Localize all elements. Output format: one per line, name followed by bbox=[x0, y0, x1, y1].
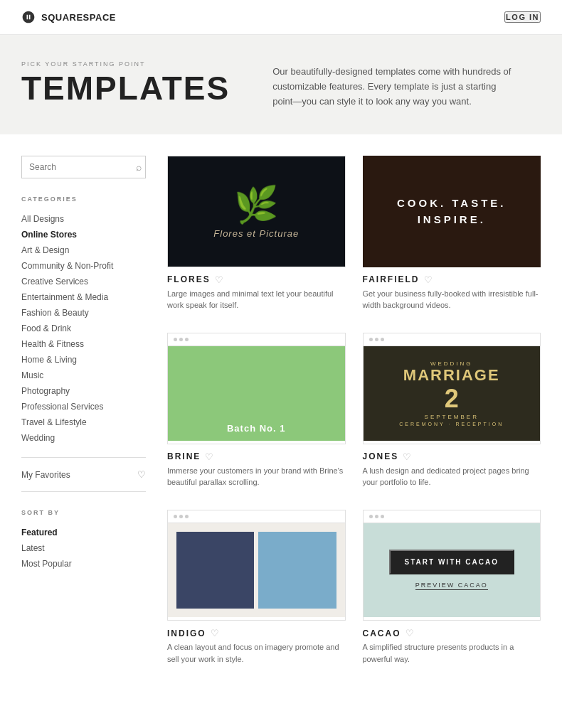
login-button[interactable]: LOG IN bbox=[504, 11, 541, 23]
search-icon[interactable]: ⌕ bbox=[136, 161, 142, 173]
main-content: ⌕ CATEGORIES All Designs Online Stores A… bbox=[0, 134, 562, 686]
logo-text: SQUARESPACE bbox=[41, 12, 116, 23]
brine-favorite-button[interactable]: ♡ bbox=[205, 451, 213, 462]
category-item[interactable]: Community & Non-Profit bbox=[21, 258, 146, 274]
cacao-topbar bbox=[364, 510, 541, 523]
category-item[interactable]: Entertainment & Media bbox=[21, 289, 146, 305]
category-item[interactable]: All Designs bbox=[21, 211, 146, 227]
dot-3 bbox=[381, 515, 384, 518]
category-item[interactable]: Professional Services bbox=[21, 399, 146, 414]
template-thumb-fairfield: COOK. TASTE. INSPIRE. bbox=[363, 156, 541, 267]
flores-thumbnail: 🌿 Flores et Picturae bbox=[168, 156, 345, 267]
category-item[interactable]: Music bbox=[21, 368, 146, 383]
sort-title: SORT BY bbox=[21, 509, 146, 516]
fairfield-name: FAIRFIELD bbox=[363, 274, 420, 284]
brine-brand-text: Batch No. 1 bbox=[227, 423, 286, 434]
indigo-thumbnail bbox=[168, 523, 345, 618]
cacao-name: CACAO bbox=[363, 628, 401, 638]
flores-decoration: 🌿 bbox=[234, 184, 278, 225]
jones-name: JONES bbox=[363, 451, 399, 461]
jones-bottom-text: SEPTEMBER bbox=[399, 414, 504, 420]
template-card-cacao: START WITH CACAO PREVIEW CACAO CACAO ♡ A… bbox=[363, 510, 541, 665]
sort-featured[interactable]: Featured bbox=[21, 525, 146, 540]
jones-thumbnail: Wedding MARRIAGE 2 SEPTEMBER CEREMONY · … bbox=[364, 346, 541, 441]
flores-favorite-button[interactable]: ♡ bbox=[215, 274, 223, 285]
indigo-name: INDIGO bbox=[167, 628, 206, 638]
dot-3 bbox=[381, 338, 384, 341]
templates-grid: 🌿 Flores et Picturae FLORES ♡ Large imag… bbox=[167, 156, 541, 665]
hero-subtitle: PICK YOUR STARTING POINT bbox=[21, 60, 230, 68]
jones-topbar bbox=[364, 333, 541, 346]
flores-description: Large images and minimal text let your b… bbox=[167, 288, 346, 311]
brine-name: BRINE bbox=[167, 451, 201, 461]
category-item[interactable]: Home & Living bbox=[21, 352, 146, 368]
template-thumb-jones: Wedding MARRIAGE 2 SEPTEMBER CEREMONY · … bbox=[363, 333, 541, 444]
indigo-header: INDIGO ♡ bbox=[167, 628, 346, 638]
jones-extra-text: CEREMONY · RECEPTION bbox=[399, 422, 504, 427]
category-item[interactable]: Wedding bbox=[21, 430, 146, 446]
flores-name: FLORES bbox=[167, 274, 211, 284]
squarespace-logo-icon bbox=[21, 10, 36, 24]
template-thumb-brine: Batch No. 1 bbox=[167, 333, 346, 444]
logo[interactable]: SQUARESPACE bbox=[21, 10, 116, 24]
hero-description: Our beautifully-designed templates come … bbox=[272, 60, 514, 109]
dot-2 bbox=[179, 515, 183, 518]
category-item[interactable]: Art & Design bbox=[21, 242, 146, 258]
cacao-thumbnail: START WITH CACAO PREVIEW CACAO bbox=[364, 523, 541, 618]
fairfield-header: FAIRFIELD ♡ bbox=[363, 274, 541, 285]
template-thumb-flores: 🌿 Flores et Picturae bbox=[167, 156, 346, 267]
dot-2 bbox=[375, 338, 378, 341]
sort-list: Featured Latest Most Popular bbox=[21, 525, 146, 572]
brine-header: BRINE ♡ bbox=[167, 451, 346, 462]
sort-latest[interactable]: Latest bbox=[21, 540, 146, 556]
template-card-indigo: INDIGO ♡ A clean layout and focus on ima… bbox=[167, 510, 346, 665]
dot-3 bbox=[185, 515, 189, 518]
category-item[interactable]: Photography bbox=[21, 383, 146, 399]
category-list: All Designs Online Stores Art & Design C… bbox=[21, 211, 146, 446]
dot-2 bbox=[375, 515, 378, 518]
jones-header: JONES ♡ bbox=[363, 451, 541, 462]
sidebar-divider-2 bbox=[21, 491, 146, 492]
jones-favorite-button[interactable]: ♡ bbox=[403, 451, 411, 462]
indigo-topbar bbox=[168, 510, 345, 523]
dot-1 bbox=[174, 338, 177, 341]
cacao-description: A simplified structure presents products… bbox=[363, 641, 541, 665]
fairfield-favorite-button[interactable]: ♡ bbox=[424, 274, 433, 285]
categories-title: CATEGORIES bbox=[21, 196, 146, 203]
indigo-favorite-button[interactable]: ♡ bbox=[211, 628, 219, 638]
search-box[interactable]: ⌕ bbox=[21, 156, 146, 178]
indigo-description: A clean layout and focus on imagery prom… bbox=[167, 641, 346, 665]
cacao-header: CACAO ♡ bbox=[363, 628, 541, 638]
brine-description: Immerse your customers in your brand wit… bbox=[167, 465, 346, 488]
flores-header: FLORES ♡ bbox=[167, 274, 346, 285]
brine-topbar bbox=[168, 333, 345, 346]
my-favorites-label: My Favorites bbox=[21, 470, 70, 480]
dot-1 bbox=[174, 515, 177, 518]
template-card-brine: Batch No. 1 BRINE ♡ Immerse your custome… bbox=[167, 333, 346, 488]
category-item[interactable]: Health & Fitness bbox=[21, 336, 146, 352]
template-thumb-indigo bbox=[167, 510, 346, 621]
jones-description: A lush design and dedicated project page… bbox=[363, 465, 541, 488]
category-item[interactable]: Food & Drink bbox=[21, 321, 146, 336]
hero-section: PICK YOUR STARTING POINT TEMPLATES Our b… bbox=[0, 35, 562, 134]
jones-big-text: MARRIAGE bbox=[399, 367, 504, 384]
dot-3 bbox=[185, 338, 189, 341]
sort-most-popular[interactable]: Most Popular bbox=[21, 556, 146, 572]
start-with-cacao-button[interactable]: START WITH CACAO bbox=[389, 550, 514, 574]
search-input[interactable] bbox=[29, 162, 136, 172]
jones-number: 2 bbox=[399, 384, 504, 414]
jones-poster: Wedding MARRIAGE 2 SEPTEMBER CEREMONY · … bbox=[399, 360, 504, 427]
template-thumb-cacao: START WITH CACAO PREVIEW CACAO bbox=[363, 510, 541, 621]
preview-cacao-link[interactable]: PREVIEW CACAO bbox=[415, 582, 488, 590]
dot-1 bbox=[369, 338, 373, 341]
sidebar-divider bbox=[21, 457, 146, 458]
cacao-favorite-button[interactable]: ♡ bbox=[405, 628, 414, 638]
category-item[interactable]: Creative Services bbox=[21, 274, 146, 289]
heart-icon: ♡ bbox=[137, 469, 146, 480]
category-item-online-stores[interactable]: Online Stores bbox=[21, 227, 146, 242]
indigo-swatch-dark bbox=[176, 532, 254, 609]
my-favorites[interactable]: My Favorites ♡ bbox=[21, 469, 146, 480]
category-item[interactable]: Fashion & Beauty bbox=[21, 305, 146, 321]
sidebar: ⌕ CATEGORIES All Designs Online Stores A… bbox=[21, 156, 146, 665]
category-item[interactable]: Travel & Lifestyle bbox=[21, 414, 146, 430]
